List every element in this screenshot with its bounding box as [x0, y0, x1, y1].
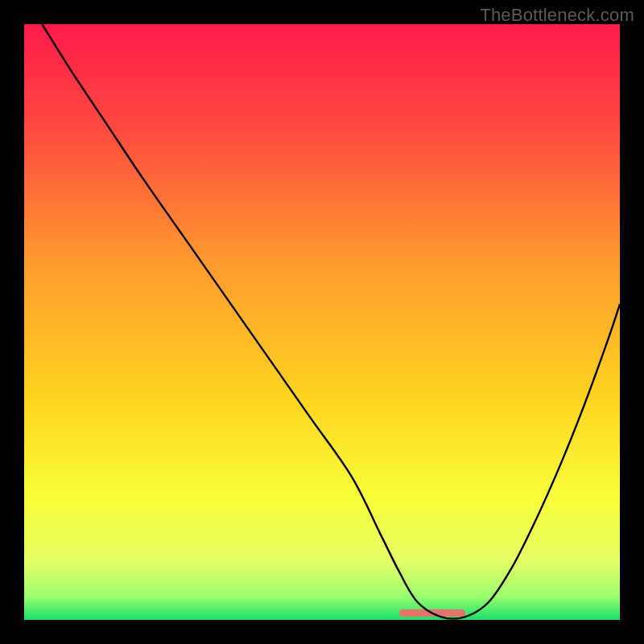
chart-frame: TheBottleneck.com — [0, 0, 644, 644]
curve-path — [42, 24, 620, 619]
watermark-text: TheBottleneck.com — [480, 5, 634, 26]
plot-area — [24, 24, 620, 620]
bottleneck-curve — [24, 24, 620, 620]
